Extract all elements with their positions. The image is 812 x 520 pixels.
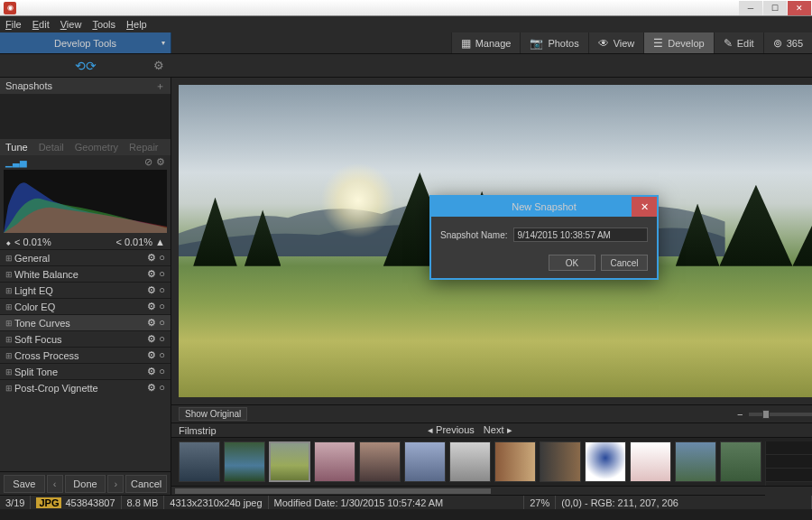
window-maximize[interactable]: ☐ — [763, 1, 787, 15]
filmstrip-next[interactable]: Next ▸ — [484, 424, 512, 436]
app-icon: ◉ — [4, 2, 16, 14]
panel-general[interactable]: ⊞General⚙○ — [0, 249, 171, 265]
filmstrip: --4313x2310 --8.8 MB ---- ---- — [171, 437, 812, 486]
panel-split-tone[interactable]: ⊞Split Tone⚙○ — [0, 363, 171, 379]
filmstrip-thumb[interactable] — [449, 441, 491, 482]
show-original-button[interactable]: Show Original — [179, 407, 247, 421]
mode-365[interactable]: ⊚365 — [763, 32, 812, 53]
status-count: 3/19 — [0, 496, 31, 509]
filmstrip-thumb[interactable] — [675, 441, 716, 482]
filmstrip-thumb[interactable] — [720, 441, 761, 482]
filmstrip-thumb[interactable] — [585, 441, 626, 482]
filmstrip-header: Filmstrip ◂ Previous Next ▸ ▾ — [171, 422, 812, 437]
panel-color-eq[interactable]: ⊞Color EQ⚙○ — [0, 298, 171, 314]
filmstrip-thumb[interactable] — [359, 441, 401, 482]
menu-help[interactable]: Help — [126, 19, 147, 30]
develop-tools-tab[interactable]: Develop Tools ▾ — [0, 32, 171, 53]
panel-white-balance[interactable]: ⊞White Balance⚙○ — [0, 265, 171, 282]
reset-icon[interactable]: ⊘ — [144, 156, 152, 168]
reset-icon[interactable]: ○ — [159, 317, 165, 329]
tab-geometry[interactable]: Geometry — [69, 142, 124, 153]
gear-icon[interactable]: ⚙ — [147, 317, 156, 329]
filmstrip-thumb[interactable] — [314, 441, 355, 482]
zoom-slider[interactable] — [749, 413, 812, 416]
reset-icon[interactable]: ○ — [159, 284, 165, 296]
sidebar-footer: Save ‹ Done › Cancel — [0, 471, 171, 495]
mode-view[interactable]: 👁View — [588, 32, 644, 53]
panel-light-eq[interactable]: ⊞Light EQ⚙○ — [0, 282, 171, 298]
gear-icon[interactable]: ⚙ — [147, 333, 156, 345]
zoom-out-icon[interactable]: − — [737, 409, 743, 420]
filmstrip-thumb[interactable] — [630, 441, 671, 482]
cloud-icon: ⊚ — [773, 37, 782, 50]
menu-bar: File Edit View Tools Help — [0, 16, 812, 32]
snapshot-name-label: Snapshot Name: — [440, 230, 508, 240]
chevron-down-icon: ▾ — [161, 39, 165, 47]
reset-icon[interactable]: ○ — [159, 301, 165, 312]
snapshot-name-input[interactable] — [513, 228, 649, 242]
filmstrip-prev[interactable]: ◂ Previous — [428, 424, 475, 436]
add-snapshot-icon[interactable]: ＋ — [155, 79, 165, 93]
cancel-button[interactable]: Cancel — [125, 475, 167, 493]
gear-icon[interactable]: ⚙ — [153, 59, 164, 72]
save-button[interactable]: Save — [4, 475, 45, 493]
window-minimize[interactable]: ─ — [739, 1, 762, 15]
gear-icon[interactable]: ⚙ — [147, 252, 156, 264]
filmstrip-thumb[interactable] — [269, 441, 310, 482]
tab-detail[interactable]: Detail — [33, 142, 69, 153]
info-panel: --4313x2310 --8.8 MB ---- ---- — [765, 441, 812, 482]
gear-icon[interactable]: ⚙ — [147, 382, 156, 394]
menu-file[interactable]: File — [5, 19, 22, 30]
filmstrip-thumb[interactable] — [179, 441, 220, 482]
reset-icon[interactable]: ○ — [159, 349, 165, 361]
panel-cross-process[interactable]: ⊞Cross Process⚙○ — [0, 347, 171, 363]
dialog-cancel-button[interactable]: Cancel — [601, 255, 648, 271]
panel-soft-focus[interactable]: ⊞Soft Focus⚙○ — [0, 330, 171, 347]
reset-icon[interactable]: ○ — [159, 382, 165, 394]
gear-icon[interactable]: ⚙ — [147, 301, 156, 312]
gear-icon[interactable]: ⚙ — [156, 156, 165, 168]
panel-post-crop-vignette[interactable]: ⊞Post-Crop Vignette⚙○ — [0, 379, 171, 395]
window-close[interactable]: ✕ — [788, 1, 811, 15]
image-canvas[interactable]: New Snapshot ✕ Snapshot Name: OK Cancel — [171, 78, 812, 404]
status-id: 453843807 — [65, 497, 115, 508]
panel-tone-curves[interactable]: ⊞Tone Curves⚙○ — [0, 314, 171, 330]
dialog-title[interactable]: New Snapshot ✕ — [431, 197, 657, 217]
grid-icon: ▦ — [461, 37, 471, 50]
gear-icon[interactable]: ⚙ — [147, 268, 156, 280]
mode-photos[interactable]: 📷Photos — [520, 32, 587, 53]
mode-tabs: Develop Tools ▾ ▦Manage 📷Photos 👁View ☰D… — [0, 32, 812, 54]
rotate-icon[interactable]: ⟲⟳ — [75, 59, 97, 73]
menu-tools[interactable]: Tools — [92, 19, 115, 30]
mode-manage[interactable]: ▦Manage — [451, 32, 521, 53]
mode-edit[interactable]: ✎Edit — [714, 32, 763, 53]
done-button[interactable]: Done — [65, 475, 106, 493]
reset-icon[interactable]: ○ — [159, 333, 165, 345]
filmstrip-thumb[interactable] — [540, 441, 581, 482]
gear-icon[interactable]: ⚙ — [147, 349, 156, 361]
gear-icon[interactable]: ⚙ — [147, 366, 156, 377]
filmstrip-thumb[interactable] — [494, 441, 536, 482]
menu-view[interactable]: View — [60, 19, 82, 30]
reset-icon[interactable]: ○ — [159, 268, 165, 280]
main-area: New Snapshot ✕ Snapshot Name: OK Cancel … — [171, 78, 812, 495]
menu-edit[interactable]: Edit — [32, 19, 50, 30]
mode-develop[interactable]: ☰Develop — [643, 32, 713, 53]
prev-button[interactable]: ‹ — [47, 475, 63, 493]
filmstrip-thumb[interactable] — [224, 441, 265, 482]
expand-icon: ⊞ — [5, 254, 14, 263]
reset-icon[interactable]: ○ — [159, 366, 165, 377]
eye-icon: 👁 — [598, 37, 609, 50]
next-button[interactable]: › — [107, 475, 124, 493]
filmstrip-thumb[interactable] — [404, 441, 446, 482]
gear-icon[interactable]: ⚙ — [147, 284, 156, 296]
dialog-close-button[interactable]: ✕ — [632, 197, 657, 217]
status-rgb: (0,0) - RGB: 211, 207, 206 — [556, 496, 812, 509]
dialog-ok-button[interactable]: OK — [549, 255, 595, 271]
tab-repair[interactable]: Repair — [124, 142, 163, 153]
histogram-icon[interactable]: ▁▃▅ — [5, 157, 27, 167]
reset-icon[interactable]: ○ — [159, 252, 165, 264]
tab-tune[interactable]: Tune — [0, 142, 33, 153]
snapshots-header[interactable]: Snapshots ＋ — [0, 78, 171, 94]
filmstrip-scrollbar[interactable] — [171, 486, 812, 495]
